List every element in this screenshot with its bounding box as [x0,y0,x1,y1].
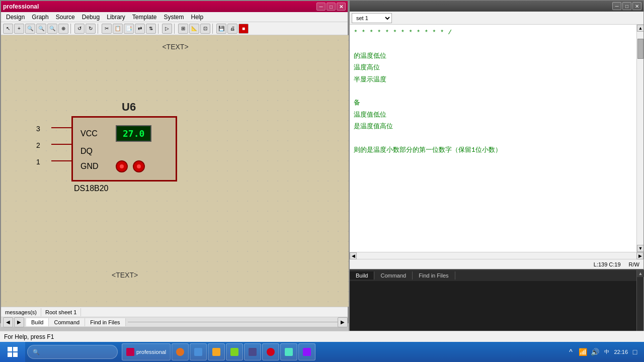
menu-template[interactable]: Template [129,13,160,22]
code-scrollbar-vertical[interactable]: ▲ ▼ [636,25,643,252]
status-tab-rootsheet[interactable]: Root sheet 1 [41,308,81,316]
toolbar-btn-6[interactable]: ⊕ [58,24,68,34]
toolbar-btn-13[interactable]: ⇅ [146,24,156,34]
taskbar-clock[interactable]: 22:16 [614,348,628,355]
tray-notification[interactable]: □ [630,347,640,357]
toolbar-btn-8[interactable]: ↻ [86,24,96,34]
taskbar-tray: ^ 📶 🔊 中 22:16 □ [561,347,644,357]
toolbar-btn-20[interactable]: ■ [238,24,249,34]
toolbar-btn-16[interactable]: 📐 [189,24,199,34]
taskbar-app-6[interactable] [244,343,261,360]
tray-icon-1[interactable]: ^ [566,347,576,357]
taskbar-app-3[interactable] [190,343,207,360]
taskbar-search[interactable]: 🔍 [27,345,118,359]
code-maximize[interactable]: □ [622,2,631,10]
scroll-right-btn[interactable]: ▶ [636,252,643,259]
toolbar-btn-12[interactable]: ⇄ [135,24,145,34]
code-tab-build[interactable]: Build [350,272,374,280]
start-button[interactable] [0,342,25,362]
code-content[interactable]: * * * * * * * * * * * * / 的温度低位 温度高位 半显示… [350,25,643,251]
pin-vcc-label: VCC [80,129,111,138]
toolbar-btn-19[interactable]: 🖨 [227,24,237,34]
toolbar-btn-9[interactable]: ✂ [102,24,112,34]
toolbar-btn-3[interactable]: 🔍 [25,24,35,34]
code-window: ─ □ ✕ set 1 * * * * * * * * * * * * / 的温… [349,0,644,342]
menu-graph[interactable]: Graph [29,13,51,22]
scroll-thumb[interactable] [637,39,643,59]
code-tab-find[interactable]: Find in Files [413,272,455,280]
schematic-menubar: Design Graph Source Debug Library Templa… [1,12,348,22]
scroll-down-btn[interactable]: ▼ [637,245,643,252]
code-set-dropdown[interactable]: set 1 [352,13,392,23]
bottom-scroll-right[interactable]: ▶ [338,317,348,327]
taskbar-app-label-1: professional [136,349,166,355]
bottom-scroll-up[interactable]: ▲ [637,270,644,277]
toolbar-btn-18[interactable]: 💾 [216,24,226,34]
tab-build[interactable]: Build [26,318,49,326]
code-tab-command[interactable]: Command [374,272,413,280]
tab-findinfiles[interactable]: Find in Files [85,318,125,326]
pin-row-vcc: VCC 27.0 [80,125,168,142]
maximize-button[interactable]: □ [327,3,336,11]
toolbar-btn-7[interactable]: ↺ [74,24,85,34]
tab-command[interactable]: Command [49,318,85,326]
toolbar-btn-11[interactable]: 📑 [124,24,134,34]
taskbar-app-4[interactable] [208,343,225,360]
app-icon-2 [176,348,184,356]
code-mode: R/W [629,261,639,267]
schematic-canvas[interactable]: <TEXT> U6 3 2 1 VCC 27.0 [1,35,350,307]
taskbar-time: 22:16 [614,348,628,355]
minimize-button[interactable]: ─ [316,3,326,11]
code-line-7: 备 [354,97,639,109]
pin-2-number: 2 [36,141,40,149]
code-titlebar: ─ □ ✕ [350,1,643,12]
toolbar-btn-2[interactable]: + [14,24,24,34]
tray-volume-icon[interactable]: 🔊 [590,347,600,357]
menu-source[interactable]: Source [53,13,78,22]
windows-logo [8,347,18,357]
taskbar-app-professional[interactable]: professional [122,343,171,360]
toolbar-btn-10[interactable]: 📋 [113,24,123,34]
canvas-text-top: <TEXT> [162,43,188,51]
menu-system[interactable]: System [161,13,187,22]
toolbar-btn-4[interactable]: 🔍 [36,24,46,34]
close-button[interactable]: ✕ [337,3,346,11]
component-u6: U6 3 2 1 VCC 27.0 DQ [71,101,182,193]
toolbar-btn-1[interactable]: ↖ [3,24,13,34]
taskbar-app-5[interactable] [226,343,243,360]
code-position: L:139 C:19 [594,261,621,267]
schematic-statusbar: messages(s) Root sheet 1 [1,307,348,317]
scroll-up-btn[interactable]: ▲ [637,25,643,32]
code-close[interactable]: ✕ [632,2,641,10]
menu-design[interactable]: Design [3,13,28,22]
status-tab-messages[interactable]: messages(s) [1,308,41,316]
code-line-4: 温度高位 [354,62,639,73]
taskbar-app-9[interactable] [298,343,315,360]
component-ref: U6 [122,101,182,114]
menu-library[interactable]: Library [104,13,128,22]
taskbar-app-7[interactable] [262,343,279,360]
code-scrollbar-horizontal[interactable]: ◀ ▶ [350,252,643,259]
toolbar-btn-14[interactable]: ▷ [162,24,172,34]
scroll-left-btn[interactable]: ◀ [350,252,357,259]
pin-dot-1 [116,160,128,172]
app-icon-9 [303,348,311,356]
tray-language-icon[interactable]: 中 [602,347,612,357]
toolbar-btn-5[interactable]: 🔍 [47,24,57,34]
code-line-1: * * * * * * * * * * * * / [354,27,639,38]
taskbar-app-8[interactable] [280,343,297,360]
bottom-nav-back[interactable]: ◀ [3,317,13,327]
toolbar-btn-15[interactable]: ⊞ [178,24,188,34]
taskbar-app-2[interactable] [172,343,189,360]
menu-debug[interactable]: Debug [79,13,103,22]
code-line-5: 半显示温度 [354,74,639,85]
code-minimize[interactable]: ─ [612,2,621,10]
menu-help[interactable]: Help [188,13,207,22]
code-statusbar: L:139 C:19 R/W [350,259,643,269]
bottom-nav-fwd[interactable]: ▶ [14,317,24,327]
pin-dot-inner-1 [120,164,124,168]
canvas-text-bottom: <TEXT> [112,271,138,279]
toolbar-btn-17[interactable]: ⊡ [200,24,210,34]
tray-network-icon[interactable]: 📶 [578,347,588,357]
component-box: VCC 27.0 DQ GND [71,116,177,182]
